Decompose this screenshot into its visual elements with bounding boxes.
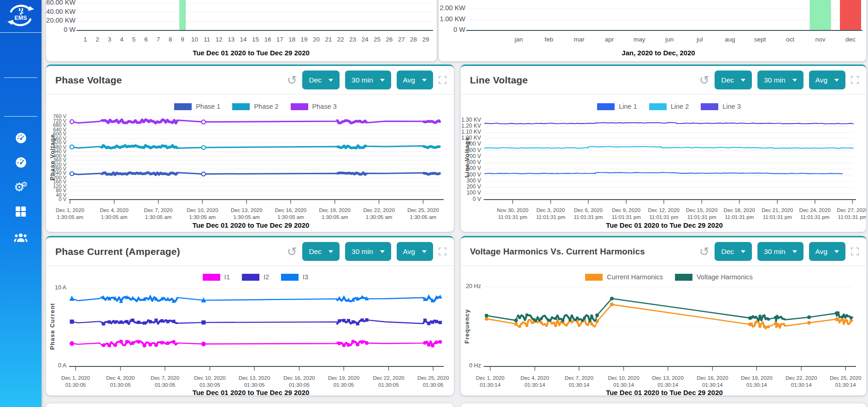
data-point xyxy=(485,317,488,321)
data-point xyxy=(518,325,521,328)
y-tick-label: 3.00 KW xyxy=(439,0,465,1)
y-tick-label: 0 A xyxy=(46,363,66,369)
data-point xyxy=(758,315,761,318)
x-tick-label: Dec 13, 202001:30:05 xyxy=(229,375,280,389)
sidebar-item-settings[interactable]: ⚙⚙ xyxy=(0,179,41,194)
data-point xyxy=(125,340,129,344)
data-point xyxy=(102,343,106,347)
data-point xyxy=(845,319,848,322)
series-line-Line 1 xyxy=(485,172,842,174)
x-tick-label: Dec 25, 20201:30:05 am xyxy=(398,207,448,221)
data-point xyxy=(423,319,427,322)
data-point xyxy=(763,325,766,328)
data-point xyxy=(434,341,438,344)
data-point xyxy=(338,342,341,345)
x-category-label: jun xyxy=(655,36,684,43)
data-point xyxy=(518,316,521,319)
data-point xyxy=(540,317,543,320)
data-point xyxy=(202,120,205,124)
data-point xyxy=(166,297,170,301)
data-point xyxy=(337,296,341,300)
y-tick-label: 2.00 KW xyxy=(439,5,465,12)
x-axis-title: Tue Dec 01 2020 to Tue Dec 29 2020 xyxy=(465,221,863,229)
app-logo[interactable]: EMS xyxy=(6,2,35,29)
grid-icon xyxy=(16,206,26,217)
data-point xyxy=(119,320,123,324)
panel-phase-current: Phase Current (Amperage)↺Dec30 minAvgI1I… xyxy=(46,236,454,395)
data-point xyxy=(149,320,152,323)
gears-icon: ⚙⚙ xyxy=(14,181,28,193)
x-tick-label: Dec 4, 202001:30:14 xyxy=(510,375,560,389)
x-tick-label: Dec 22, 20201:30:05 am xyxy=(354,207,405,221)
bar-dec xyxy=(840,0,861,30)
sidebar-item-dashboard-1[interactable] xyxy=(0,130,41,145)
sidebar-item-apps[interactable] xyxy=(0,204,41,219)
data-point xyxy=(514,319,518,322)
data-point xyxy=(338,319,341,323)
data-point xyxy=(807,321,811,324)
x-tick-label: Dec 1, 202001:30:14 xyxy=(465,375,516,389)
x-tick-label: Dec 19, 202001:30:14 xyxy=(731,375,782,389)
data-point xyxy=(767,325,770,328)
data-point xyxy=(547,319,550,321)
x-category-label: jan xyxy=(504,36,534,43)
data-point xyxy=(438,340,442,344)
data-point xyxy=(525,324,528,327)
data-point xyxy=(610,297,614,301)
series-line-Line 2 xyxy=(485,147,853,148)
data-point xyxy=(172,340,176,344)
y-tick-label: 40.00 KW xyxy=(46,8,76,16)
data-point xyxy=(754,321,757,324)
sidebar: EMS ⚙⚙ xyxy=(0,0,41,407)
y-tick-label: 600 V xyxy=(461,159,481,165)
y-tick-label: 0 Hz xyxy=(461,363,481,369)
data-point xyxy=(561,319,564,322)
y-tick-label: 300 V xyxy=(461,178,481,184)
data-point xyxy=(70,120,74,124)
x-category-label: mar xyxy=(564,36,594,43)
x-tick-label: Dec 25, 202001:30:05 xyxy=(408,375,454,389)
data-point xyxy=(136,296,141,300)
data-point xyxy=(160,319,164,322)
data-point xyxy=(108,320,111,324)
y-tick-label: 200 V xyxy=(461,184,481,190)
y-tick-label: 1.10 KV xyxy=(461,129,481,135)
x-tick-label: Dec 19, 202001:30:05 xyxy=(318,375,369,389)
sidebar-item-dashboard-2[interactable] xyxy=(0,155,41,170)
data-point xyxy=(590,323,593,325)
data-point xyxy=(554,317,557,320)
data-point xyxy=(774,322,778,325)
data-point xyxy=(202,146,205,149)
x-axis-title: Tue Dec 01 2020 to Tue Dec 29 2020 xyxy=(60,49,437,57)
data-point xyxy=(70,296,75,301)
data-point xyxy=(758,325,761,328)
sidebar-item-users[interactable] xyxy=(0,230,41,245)
x-tick-label: Dec 19, 20201:30:05 am xyxy=(310,207,360,221)
data-point xyxy=(850,317,852,319)
data-point xyxy=(748,323,752,326)
data-point xyxy=(143,344,147,348)
data-point xyxy=(351,340,355,343)
data-point xyxy=(70,319,74,324)
x-tick-label: Dec 4, 202001:30:05 xyxy=(95,375,146,389)
gauge-icon xyxy=(15,156,27,169)
data-point xyxy=(569,319,571,321)
data-point xyxy=(754,316,757,319)
data-point xyxy=(148,295,152,299)
x-tick-label: Dec 16, 202001:30:14 xyxy=(687,375,738,389)
data-point xyxy=(131,319,135,322)
data-point xyxy=(583,317,586,319)
x-category-label: may xyxy=(625,36,654,43)
y-tick-label: 500 V xyxy=(461,165,481,171)
data-point xyxy=(346,343,350,347)
data-point xyxy=(356,342,359,346)
y-tick-label: 700 V xyxy=(461,153,481,159)
y-tick-label: 0 V xyxy=(461,196,481,202)
x-category-label: apr xyxy=(594,36,624,43)
card-partial-bottom-left xyxy=(46,403,454,407)
x-tick-label: Dec 1, 20201:30:05 am xyxy=(46,207,95,221)
data-point xyxy=(763,314,766,317)
x-tick-label: Dec 10, 202001:30:05 xyxy=(185,375,235,389)
users-icon xyxy=(14,232,28,243)
y-tick-label: 1.20 KV xyxy=(461,123,481,129)
